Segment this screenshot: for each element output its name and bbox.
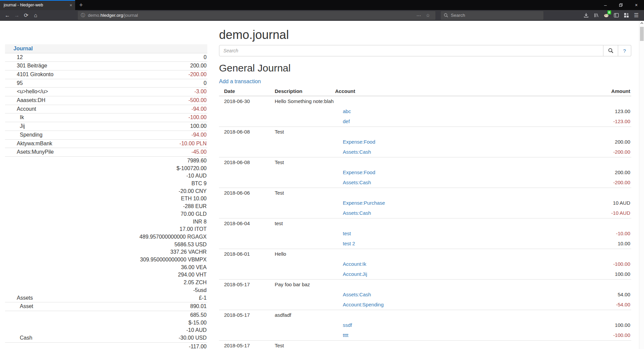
account-link[interactable]: 4101 Girokonto bbox=[5, 71, 53, 79]
posting-row: test-10.00 bbox=[219, 229, 631, 239]
site-info-icon[interactable]: ⓘ bbox=[81, 12, 85, 18]
posting-account-link[interactable]: test 2 bbox=[343, 241, 355, 246]
transaction[interactable]: 2018-06-06TestExpense:Purchase10 AUDAsse… bbox=[219, 188, 631, 218]
shortcuts-button[interactable] bbox=[621, 11, 631, 20]
account-link[interactable]: <u>hello</u> bbox=[5, 88, 48, 96]
transaction-title-row: 2018-06-01Hello bbox=[219, 249, 631, 259]
account-link[interactable]: Ik bbox=[5, 114, 24, 121]
account-link[interactable]: Jij bbox=[5, 122, 25, 130]
balance-amount: -10 AUD bbox=[33, 172, 207, 180]
downloads-button[interactable] bbox=[581, 11, 591, 20]
posting-row: Assets:Cash-200.00 bbox=[219, 178, 631, 188]
transaction-date: 2018-06-01 bbox=[219, 252, 275, 256]
back-button[interactable]: ← bbox=[3, 11, 12, 20]
window-minimize-button[interactable]: – bbox=[598, 0, 613, 10]
reload-button[interactable]: ⟳ bbox=[21, 11, 31, 20]
posting-account-link[interactable]: tttt bbox=[343, 333, 348, 338]
sidebar-toggle-button[interactable] bbox=[611, 11, 621, 20]
page-area: Journal 120301 Beiträge200.004101 Giroko… bbox=[0, 21, 639, 349]
posting-account-link[interactable]: Account:Spending bbox=[343, 302, 384, 307]
journal-link[interactable]: Journal bbox=[5, 46, 33, 51]
posting-account-link[interactable]: Assets:Cash bbox=[343, 150, 371, 154]
tab-journal[interactable]: journal - hledger-web × bbox=[0, 0, 75, 10]
transaction[interactable]: 2018-06-08TestExpense:Food200.00Assets:C… bbox=[219, 127, 631, 157]
balance-amount: -10.00 PLN bbox=[52, 140, 207, 148]
account-balance: 890.01 bbox=[33, 303, 207, 310]
window-restore-button[interactable] bbox=[613, 0, 629, 10]
transaction[interactable]: 2018-06-04testtest-10.00test 210.00 bbox=[219, 218, 631, 249]
posting-account-link[interactable]: Expense:Purchase bbox=[343, 201, 385, 205]
menu-button[interactable]: ☰ bbox=[631, 11, 641, 20]
scroll-up-button[interactable] bbox=[639, 22, 644, 24]
url-bar[interactable]: ⓘ demo.hledger.org/journal ⋯ ☆ bbox=[78, 11, 435, 20]
library-button[interactable] bbox=[591, 11, 601, 20]
account-link[interactable]: 301 Beiträge bbox=[5, 62, 47, 70]
account-link[interactable]: Asset bbox=[5, 303, 33, 310]
account-row: 4101 Girokonto-200.00 bbox=[5, 70, 207, 79]
transaction[interactable]: 2018-06-30Hello Something note:blahabc12… bbox=[219, 96, 631, 127]
account-link[interactable]: Aktywa:mBank bbox=[5, 140, 52, 148]
account-link[interactable]: 12 bbox=[5, 54, 23, 61]
transaction[interactable]: 2018-05-17asdfadfssdf100.00tttt-100.00 bbox=[219, 310, 631, 341]
accounts-list: 120301 Beiträge200.004101 Girokonto-200.… bbox=[5, 53, 207, 349]
navigation-toolbar: ← → ⟳ ⌂ ⓘ demo.hledger.org/journal ⋯ ☆ S… bbox=[0, 10, 644, 21]
posting-row: Account:Spending-54.00 bbox=[219, 300, 631, 310]
forward-button[interactable]: → bbox=[12, 11, 21, 20]
new-tab-button[interactable]: + bbox=[75, 0, 87, 10]
transaction-title-row: 2018-06-08Test bbox=[219, 157, 631, 167]
posting-account-link[interactable]: Assets:Cash bbox=[343, 180, 371, 185]
posting-account-link[interactable]: Expense:Food bbox=[343, 170, 375, 175]
scrollbar-thumb[interactable] bbox=[640, 27, 644, 41]
balance-amount: 489.957000000000 RGAGX bbox=[33, 233, 207, 241]
journal-search-button[interactable] bbox=[603, 45, 618, 56]
account-link[interactable]: Aaasets:DH bbox=[5, 97, 45, 104]
balance-amount: -5usd bbox=[33, 287, 207, 294]
account-link[interactable]: Cash bbox=[5, 334, 32, 342]
posting-account-link[interactable]: def bbox=[343, 119, 350, 124]
transaction-title-row: 2018-05-17Pay foo bar baz bbox=[219, 280, 631, 290]
posting-account-link[interactable]: abc bbox=[343, 109, 351, 114]
posting-row: def-123.00 bbox=[219, 116, 631, 127]
posting-account-link[interactable]: Assets:Cash bbox=[343, 292, 371, 297]
posting-account-link[interactable]: Assets:Cash bbox=[343, 211, 371, 215]
balance-amount: 7989.60 bbox=[33, 157, 207, 165]
account-link[interactable]: Account bbox=[5, 105, 36, 113]
page-scrollbar[interactable] bbox=[639, 21, 644, 349]
posting-row: Expense:Food200.00 bbox=[219, 137, 631, 147]
toolbar-search-field[interactable]: Search bbox=[441, 11, 543, 20]
account-link[interactable]: Assets bbox=[5, 294, 33, 302]
home-button[interactable]: ⌂ bbox=[31, 11, 40, 20]
transaction[interactable]: 2018-06-01HelloAccount:Ik-100.00Account:… bbox=[219, 249, 631, 280]
account-link[interactable]: 95 bbox=[5, 80, 23, 87]
tab-close-icon[interactable]: × bbox=[67, 3, 72, 8]
bookmark-star-icon[interactable]: ☆ bbox=[423, 13, 432, 18]
account-link[interactable]: Spending bbox=[5, 131, 43, 139]
account-row: <u>hello</u>-3.00 bbox=[5, 87, 207, 96]
journal-search-input[interactable] bbox=[219, 45, 603, 56]
main-column: demo.journal ? General Journal Add a tra… bbox=[219, 21, 631, 349]
posting-account-link[interactable]: ssdf bbox=[343, 323, 352, 328]
extension-button[interactable]: 0 bbox=[601, 11, 611, 20]
posting-account-link[interactable]: Account:Jij bbox=[343, 272, 367, 277]
extension-badge: 0 bbox=[607, 10, 611, 14]
posting-account-link[interactable]: Expense:Food bbox=[343, 140, 375, 144]
transaction[interactable]: 2018-06-08TestExpense:Food200.00Assets:C… bbox=[219, 157, 631, 188]
transaction-title-row: 2018-06-06Test bbox=[219, 188, 631, 198]
account-link[interactable]: Asets:MunyPile bbox=[5, 148, 54, 156]
search-help-button[interactable]: ? bbox=[618, 45, 631, 56]
header-description: Description bbox=[275, 89, 335, 94]
balance-amount: 890.01 bbox=[33, 303, 207, 310]
posting-row: Expense:Food200.00 bbox=[219, 167, 631, 178]
balance-amount: -94.00 bbox=[36, 105, 207, 113]
transaction[interactable]: 2018-05-17Pay foo bar bazAssets:Cash54.0… bbox=[219, 280, 631, 310]
account-balance: 685.50$-15.00-10 AUD-30.00 USD bbox=[32, 311, 207, 342]
posting-account-link[interactable]: Account:Ik bbox=[343, 262, 366, 266]
posting-account-link[interactable]: test bbox=[343, 231, 351, 236]
account-balance: 0 bbox=[23, 54, 207, 61]
page-actions-icon[interactable]: ⋯ bbox=[414, 13, 423, 18]
transaction[interactable]: 2018-05-17Test bbox=[219, 341, 631, 349]
window-close-button[interactable]: × bbox=[629, 0, 644, 10]
url-domain: hledger.org bbox=[101, 13, 123, 18]
sidebar-icon bbox=[614, 13, 619, 17]
add-transaction-link[interactable]: Add a transaction bbox=[219, 78, 261, 85]
